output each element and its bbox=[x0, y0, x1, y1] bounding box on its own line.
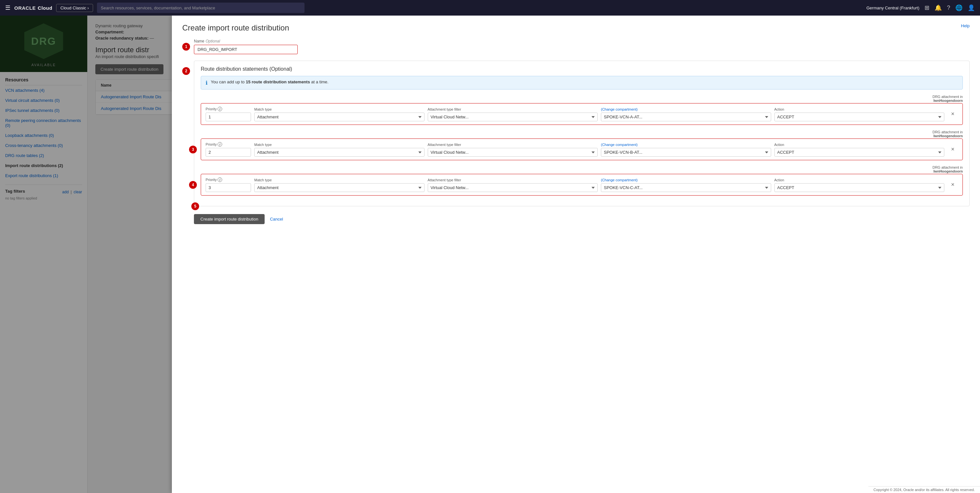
info-circle-icon: ℹ bbox=[205, 80, 208, 86]
attachment-note-3: DRG attachment in IwnHoogendoorn bbox=[201, 165, 963, 173]
statement-row-wrapper-3: 4 Priority i Match type bbox=[201, 174, 963, 196]
step-2-badge: 2 bbox=[182, 67, 190, 75]
attachment-filter-field-3: (Change compartment) SPOKE-VCN-C-AT... bbox=[601, 178, 771, 192]
action-field-1: Action ACCEPT bbox=[775, 107, 945, 121]
info-banner: ℹ You can add up to 15 route distributio… bbox=[201, 76, 963, 89]
modal-panel: Create import route distribution Help 1 … bbox=[172, 16, 980, 493]
match-type-select-2[interactable]: Attachment bbox=[254, 148, 425, 157]
nav-right-icons: Germany Central (Frankfurt) ⊞ 🔔 ? 🌐 👤 bbox=[867, 4, 975, 11]
top-navigation: ☰ ORACLE Cloud Cloud Classic › Germany C… bbox=[0, 0, 980, 16]
statement-fields-3: Priority i Match type Attachment bbox=[205, 177, 958, 192]
attachment-filter-field-2: (Change compartment) SPOKE-VCN-B-AT... bbox=[601, 143, 771, 157]
action-select-2[interactable]: ACCEPT bbox=[775, 148, 945, 157]
copyright-bar: Copyright © 2024, Oracle and/or its affi… bbox=[869, 486, 980, 493]
statement-row-wrapper-2: 3 Priority i Match type bbox=[201, 138, 963, 160]
attachment-type-filter-field-1: Attachment type filter Virtual Cloud Net… bbox=[428, 107, 598, 121]
modal-help-link[interactable]: Help bbox=[961, 23, 970, 28]
attachment-type-select-3[interactable]: Virtual Cloud Netw... bbox=[428, 183, 598, 192]
statement-row-2: Priority i Match type Attachment bbox=[201, 138, 963, 160]
action-select-1[interactable]: ACCEPT bbox=[775, 113, 945, 121]
attachment-type-filter-field-3: Attachment type filter Virtual Cloud Net… bbox=[428, 178, 598, 192]
step-4-badge: 4 bbox=[189, 181, 197, 189]
change-compartment-link-3[interactable]: (Change compartment) bbox=[601, 178, 638, 182]
priority-info-icon-3[interactable]: i bbox=[218, 177, 222, 182]
attachment-type-select-2[interactable]: Virtual Cloud Netw... bbox=[428, 148, 598, 157]
priority-field-1: Priority i bbox=[205, 107, 251, 121]
priority-field-2: Priority i bbox=[205, 142, 251, 157]
priority-info-icon-2[interactable]: i bbox=[218, 142, 222, 146]
attachment-filter-select-2[interactable]: SPOKE-VCN-B-AT... bbox=[601, 148, 771, 157]
name-field: 1 Name Optional bbox=[182, 39, 970, 54]
name-input[interactable] bbox=[194, 45, 298, 54]
attachment-note-2: DRG attachment in IwnHoogendoorn bbox=[201, 130, 963, 138]
attachment-filter-select-1[interactable]: SPOKE-VCN-A-AT... bbox=[601, 113, 771, 121]
attachment-filter-field-1: (Change compartment) SPOKE-VCN-A-AT... bbox=[601, 107, 771, 121]
modal-title: Create import route distribution bbox=[182, 23, 289, 32]
search-input[interactable] bbox=[97, 3, 304, 13]
priority-input-2[interactable] bbox=[205, 148, 251, 157]
step-3-badge: 3 bbox=[189, 146, 197, 153]
modal-top-bar: Create import route distribution Help bbox=[182, 23, 970, 32]
attachment-type-filter-field-2: Attachment type filter Virtual Cloud Net… bbox=[428, 143, 598, 157]
oracle-logo: ORACLE Cloud bbox=[14, 5, 52, 11]
bell-icon[interactable]: 🔔 bbox=[935, 4, 942, 11]
help-icon[interactable]: ? bbox=[947, 5, 950, 11]
remove-statement-3-button[interactable]: × bbox=[948, 181, 958, 188]
console-icon[interactable]: ⊞ bbox=[924, 4, 929, 11]
step-1-badge: 1 bbox=[182, 43, 190, 51]
remove-statement-2-button[interactable]: × bbox=[948, 146, 958, 153]
action-select-3[interactable]: ACCEPT bbox=[775, 183, 945, 192]
statements-section-wrapper: 2 Route distribution statements (Optiona… bbox=[182, 60, 970, 224]
cancel-button[interactable]: Cancel bbox=[270, 217, 283, 221]
change-compartment-link-1[interactable]: (Change compartment) bbox=[601, 107, 638, 111]
priority-field-3: Priority i bbox=[205, 177, 251, 192]
match-type-field-2: Match type Attachment bbox=[254, 143, 425, 157]
statement-row-3: Priority i Match type Attachment bbox=[201, 174, 963, 196]
action-field-2: Action ACCEPT bbox=[775, 143, 945, 157]
attachment-note-1: DRG attachment in IwnHoogendoorn bbox=[201, 95, 963, 102]
remove-statement-1-button[interactable]: × bbox=[948, 111, 958, 118]
statement-row-wrapper-1: Priority i Match type Attachment bbox=[201, 103, 963, 125]
step-5-badge: 5 bbox=[191, 202, 199, 210]
attachment-type-select-1[interactable]: Virtual Cloud Netw... bbox=[428, 113, 598, 121]
change-compartment-link-2[interactable]: (Change compartment) bbox=[601, 143, 638, 146]
modal-footer: 5 Create import route distribution Cance… bbox=[194, 214, 970, 224]
statement-fields-2: Priority i Match type Attachment bbox=[205, 142, 958, 157]
action-field-3: Action ACCEPT bbox=[775, 178, 945, 192]
hamburger-icon[interactable]: ☰ bbox=[5, 4, 10, 11]
info-text: You can add up to 15 route distribution … bbox=[211, 80, 328, 84]
name-label: Name Optional bbox=[194, 39, 970, 43]
priority-info-icon[interactable]: i bbox=[218, 107, 222, 111]
match-type-field-1: Match type Attachment bbox=[254, 107, 425, 121]
statement-row-1: Priority i Match type Attachment bbox=[201, 103, 963, 125]
globe-icon[interactable]: 🌐 bbox=[955, 4, 963, 11]
priority-input-3[interactable] bbox=[205, 183, 251, 192]
match-type-select-3[interactable]: Attachment bbox=[254, 183, 425, 192]
create-import-route-distribution-button[interactable]: Create import route distribution bbox=[194, 214, 265, 224]
match-type-field-3: Match type Attachment bbox=[254, 178, 425, 192]
match-type-select-1[interactable]: Attachment bbox=[254, 113, 425, 121]
region-selector[interactable]: Germany Central (Frankfurt) bbox=[867, 5, 920, 10]
attachment-filter-select-3[interactable]: SPOKE-VCN-C-AT... bbox=[601, 183, 771, 192]
user-icon[interactable]: 👤 bbox=[968, 4, 975, 11]
statement-fields-1: Priority i Match type Attachment bbox=[205, 107, 958, 121]
cloud-classic-button[interactable]: Cloud Classic › bbox=[56, 4, 93, 12]
statements-section: Route distribution statements (Optional)… bbox=[194, 60, 970, 206]
priority-input-1[interactable] bbox=[205, 113, 251, 121]
statements-section-title: Route distribution statements (Optional) bbox=[201, 66, 963, 72]
